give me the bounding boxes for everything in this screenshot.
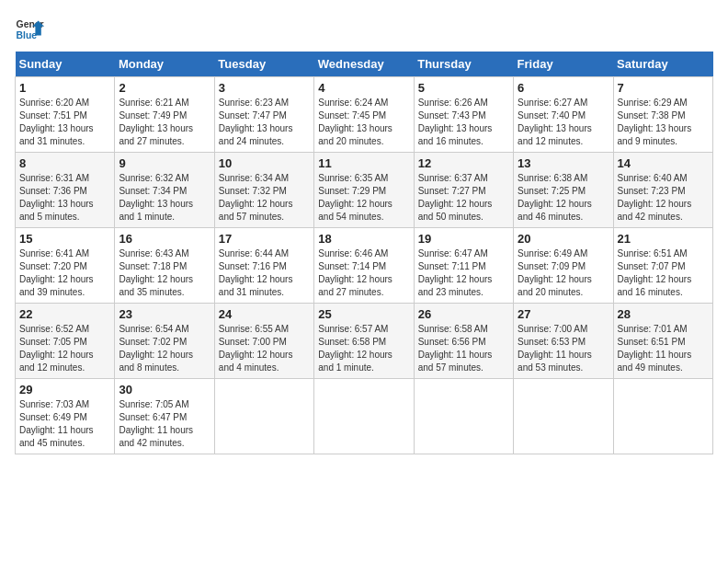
day-number: 10 — [219, 156, 310, 170]
day-number: 4 — [318, 81, 409, 95]
calendar-cell: 22Sunrise: 6:52 AMSunset: 7:05 PMDayligh… — [16, 304, 115, 379]
calendar-cell — [613, 379, 712, 454]
day-number: 23 — [119, 307, 210, 321]
calendar-cell: 7Sunrise: 6:29 AMSunset: 7:38 PMDaylight… — [613, 77, 712, 153]
day-number: 21 — [618, 232, 709, 246]
day-detail: Sunrise: 6:37 AMSunset: 7:27 PMDaylight:… — [418, 172, 509, 224]
page-header: General Blue — [15, 15, 713, 44]
day-detail: Sunrise: 6:31 AMSunset: 7:36 PMDaylight:… — [19, 172, 110, 224]
day-number: 27 — [518, 307, 609, 321]
day-number: 18 — [318, 232, 409, 246]
day-detail: Sunrise: 6:51 AMSunset: 7:07 PMDaylight:… — [618, 247, 709, 299]
day-number: 28 — [618, 307, 709, 321]
day-detail: Sunrise: 6:52 AMSunset: 7:05 PMDaylight:… — [19, 323, 110, 374]
calendar-week-1: 1Sunrise: 6:20 AMSunset: 7:51 PMDaylight… — [16, 77, 713, 153]
calendar-cell: 11Sunrise: 6:35 AMSunset: 7:29 PMDayligh… — [314, 153, 414, 228]
day-detail: Sunrise: 6:41 AMSunset: 7:20 PMDaylight:… — [19, 247, 110, 299]
calendar-cell: 4Sunrise: 6:24 AMSunset: 7:45 PMDaylight… — [314, 77, 414, 153]
day-detail: Sunrise: 6:49 AMSunset: 7:09 PMDaylight:… — [518, 247, 609, 299]
calendar-cell: 24Sunrise: 6:55 AMSunset: 7:00 PMDayligh… — [214, 304, 313, 379]
day-number: 29 — [19, 383, 110, 396]
calendar-cell: 21Sunrise: 6:51 AMSunset: 7:07 PMDayligh… — [613, 228, 712, 304]
svg-text:Blue: Blue — [17, 30, 38, 40]
day-detail: Sunrise: 6:27 AMSunset: 7:40 PMDaylight:… — [518, 97, 609, 148]
calendar-cell: 14Sunrise: 6:40 AMSunset: 7:23 PMDayligh… — [613, 153, 712, 228]
day-number: 16 — [119, 232, 210, 246]
header-row: SundayMondayTuesdayWednesdayThursdayFrid… — [16, 52, 713, 77]
calendar-cell: 8Sunrise: 6:31 AMSunset: 7:36 PMDaylight… — [16, 153, 115, 228]
day-detail: Sunrise: 6:46 AMSunset: 7:14 PMDaylight:… — [318, 247, 409, 299]
calendar-cell: 6Sunrise: 6:27 AMSunset: 7:40 PMDaylight… — [514, 77, 613, 153]
day-number: 26 — [418, 307, 509, 321]
calendar-week-4: 22Sunrise: 6:52 AMSunset: 7:05 PMDayligh… — [16, 304, 713, 379]
day-number: 9 — [119, 156, 210, 170]
day-detail: Sunrise: 6:44 AMSunset: 7:16 PMDaylight:… — [219, 247, 310, 299]
calendar-cell: 10Sunrise: 6:34 AMSunset: 7:32 PMDayligh… — [214, 153, 313, 228]
logo: General Blue — [15, 15, 44, 44]
calendar-cell — [414, 379, 513, 454]
calendar-cell: 26Sunrise: 6:58 AMSunset: 6:56 PMDayligh… — [414, 304, 513, 379]
day-number: 15 — [19, 232, 110, 246]
calendar-cell: 29Sunrise: 7:03 AMSunset: 6:49 PMDayligh… — [16, 379, 115, 454]
calendar-cell: 17Sunrise: 6:44 AMSunset: 7:16 PMDayligh… — [214, 228, 313, 304]
calendar-cell: 23Sunrise: 6:54 AMSunset: 7:02 PMDayligh… — [115, 304, 214, 379]
day-detail: Sunrise: 6:34 AMSunset: 7:32 PMDaylight:… — [219, 172, 310, 224]
day-detail: Sunrise: 6:54 AMSunset: 7:02 PMDaylight:… — [119, 323, 210, 374]
day-detail: Sunrise: 6:21 AMSunset: 7:49 PMDaylight:… — [119, 97, 210, 148]
day-number: 22 — [19, 307, 110, 321]
day-number: 5 — [418, 81, 509, 95]
day-number: 13 — [518, 156, 609, 170]
day-number: 24 — [219, 307, 310, 321]
calendar-cell: 19Sunrise: 6:47 AMSunset: 7:11 PMDayligh… — [414, 228, 513, 304]
day-number: 11 — [318, 156, 409, 170]
calendar-cell: 12Sunrise: 6:37 AMSunset: 7:27 PMDayligh… — [414, 153, 513, 228]
calendar-cell: 30Sunrise: 7:05 AMSunset: 6:47 PMDayligh… — [115, 379, 214, 454]
col-header-thursday: Thursday — [414, 52, 513, 77]
day-detail: Sunrise: 6:47 AMSunset: 7:11 PMDaylight:… — [418, 247, 509, 299]
day-detail: Sunrise: 6:29 AMSunset: 7:38 PMDaylight:… — [618, 97, 709, 148]
calendar-week-5: 29Sunrise: 7:03 AMSunset: 6:49 PMDayligh… — [16, 379, 713, 454]
day-number: 8 — [19, 156, 110, 170]
calendar-cell: 25Sunrise: 6:57 AMSunset: 6:58 PMDayligh… — [314, 304, 414, 379]
col-header-friday: Friday — [514, 52, 613, 77]
day-number: 12 — [418, 156, 509, 170]
col-header-wednesday: Wednesday — [314, 52, 414, 77]
day-number: 20 — [518, 232, 609, 246]
day-detail: Sunrise: 7:05 AMSunset: 6:47 PMDaylight:… — [119, 398, 210, 450]
day-detail: Sunrise: 6:55 AMSunset: 7:00 PMDaylight:… — [219, 323, 310, 374]
day-detail: Sunrise: 7:00 AMSunset: 6:53 PMDaylight:… — [518, 323, 609, 374]
day-detail: Sunrise: 6:26 AMSunset: 7:43 PMDaylight:… — [418, 97, 509, 148]
day-number: 17 — [219, 232, 310, 246]
day-number: 14 — [618, 156, 709, 170]
day-number: 19 — [418, 232, 509, 246]
col-header-sunday: Sunday — [16, 52, 115, 77]
day-number: 1 — [19, 81, 110, 95]
calendar-cell: 1Sunrise: 6:20 AMSunset: 7:51 PMDaylight… — [16, 77, 115, 153]
day-detail: Sunrise: 6:24 AMSunset: 7:45 PMDaylight:… — [318, 97, 409, 148]
calendar-cell — [214, 379, 313, 454]
day-number: 7 — [618, 81, 709, 95]
col-header-saturday: Saturday — [613, 52, 712, 77]
day-number: 6 — [518, 81, 609, 95]
day-detail: Sunrise: 6:40 AMSunset: 7:23 PMDaylight:… — [618, 172, 709, 224]
day-detail: Sunrise: 7:01 AMSunset: 6:51 PMDaylight:… — [618, 323, 709, 374]
calendar-cell: 2Sunrise: 6:21 AMSunset: 7:49 PMDaylight… — [115, 77, 214, 153]
calendar-cell: 18Sunrise: 6:46 AMSunset: 7:14 PMDayligh… — [314, 228, 414, 304]
calendar-cell — [314, 379, 414, 454]
day-detail: Sunrise: 6:20 AMSunset: 7:51 PMDaylight:… — [19, 97, 110, 148]
logo-icon: General Blue — [15, 15, 44, 44]
calendar-cell: 9Sunrise: 6:32 AMSunset: 7:34 PMDaylight… — [115, 153, 214, 228]
day-number: 25 — [318, 307, 409, 321]
day-number: 3 — [219, 81, 310, 95]
calendar-cell: 15Sunrise: 6:41 AMSunset: 7:20 PMDayligh… — [16, 228, 115, 304]
day-detail: Sunrise: 6:57 AMSunset: 6:58 PMDaylight:… — [318, 323, 409, 374]
day-detail: Sunrise: 6:58 AMSunset: 6:56 PMDaylight:… — [418, 323, 509, 374]
day-number: 30 — [119, 383, 210, 396]
calendar-cell: 28Sunrise: 7:01 AMSunset: 6:51 PMDayligh… — [613, 304, 712, 379]
calendar-cell: 3Sunrise: 6:23 AMSunset: 7:47 PMDaylight… — [214, 77, 313, 153]
day-detail: Sunrise: 6:38 AMSunset: 7:25 PMDaylight:… — [518, 172, 609, 224]
calendar-cell: 13Sunrise: 6:38 AMSunset: 7:25 PMDayligh… — [514, 153, 613, 228]
calendar-table: SundayMondayTuesdayWednesdayThursdayFrid… — [15, 52, 713, 454]
col-header-tuesday: Tuesday — [214, 52, 313, 77]
calendar-cell: 20Sunrise: 6:49 AMSunset: 7:09 PMDayligh… — [514, 228, 613, 304]
